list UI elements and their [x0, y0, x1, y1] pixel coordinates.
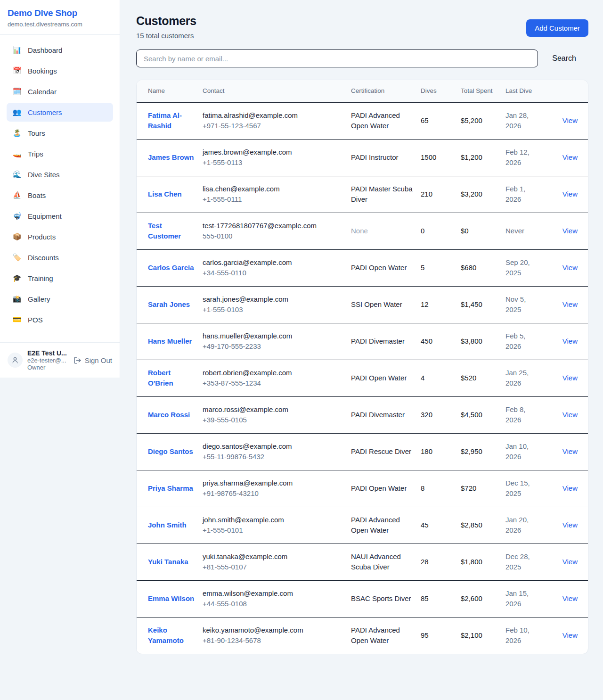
customer-name-link[interactable]: Carlos Garcia	[148, 264, 194, 272]
sidebar-item-calendar[interactable]: 🗓️ Calendar	[7, 82, 113, 101]
view-link[interactable]: View	[562, 631, 578, 639]
customer-dives: 0	[421, 213, 461, 249]
calendar-icon: 🗓️	[12, 87, 22, 96]
customer-name-link[interactable]: James Brown	[148, 153, 194, 161]
sidebar-item-customers[interactable]: 👥 Customers	[7, 103, 113, 122]
customer-certification: PADI Open Water	[351, 484, 407, 492]
table-row: John Smith john.smith@example.com +1-555…	[137, 507, 588, 544]
customer-name-link[interactable]: John Smith	[148, 521, 187, 529]
page-title: Customers	[136, 14, 196, 28]
table-row: Keiko Yamamoto keiko.yamamoto@example.co…	[137, 617, 588, 654]
sidebar-item-dashboard[interactable]: 📊 Dashboard	[7, 41, 113, 59]
sidebar-item-dive-sites[interactable]: 🌊 Dive Sites	[7, 165, 113, 184]
sidebar-item-tours[interactable]: 🏝️ Tours	[7, 124, 113, 142]
view-link[interactable]: View	[562, 558, 578, 566]
shop-domain: demo.test.divestreams.com	[8, 21, 112, 28]
customer-total-spent: $1,450	[461, 286, 505, 323]
customer-total-spent: $3,200	[461, 176, 505, 213]
customer-total-spent: $2,100	[461, 617, 505, 654]
customer-phone: +971-55-123-4567	[203, 121, 343, 132]
sidebar-item-trips[interactable]: 🚤 Trips	[7, 144, 113, 163]
customer-email: test-1772681807767@example.com	[203, 221, 343, 231]
customer-total-spent: $3,800	[461, 323, 505, 360]
view-link[interactable]: View	[562, 264, 578, 272]
main-content: Customers 15 total customers Add Custome…	[120, 0, 603, 654]
view-link[interactable]: View	[562, 484, 578, 492]
view-link[interactable]: View	[562, 300, 578, 308]
view-link[interactable]: View	[562, 447, 578, 455]
customer-certification: PADI Open Water	[351, 264, 407, 272]
sidebar-item-training[interactable]: 🎓 Training	[7, 269, 113, 288]
view-link[interactable]: View	[562, 411, 578, 419]
view-link[interactable]: View	[562, 337, 578, 345]
sidebar-item-discounts[interactable]: 🏷️ Discounts	[7, 248, 113, 267]
customer-certification: PADI Advanced Open Water	[351, 516, 400, 535]
customer-dives: 28	[421, 544, 461, 580]
dashboard-icon: 📊	[12, 46, 22, 54]
view-link[interactable]: View	[562, 374, 578, 382]
discounts-icon: 🏷️	[12, 253, 22, 262]
table-row: Carlos Garcia carlos.garcia@example.com …	[137, 249, 588, 286]
sidebar-item-boats[interactable]: ⛵ Boats	[7, 186, 113, 205]
page-subtitle: 15 total customers	[136, 32, 196, 40]
user-avatar	[8, 353, 23, 368]
customer-name-link[interactable]: Sarah Jones	[148, 300, 190, 308]
customer-name-link[interactable]: Robert O'Brien	[148, 369, 173, 387]
sign-out-button[interactable]: Sign Out	[73, 356, 112, 364]
products-icon: 📦	[12, 232, 22, 241]
customer-phone: +91-98765-43210	[203, 488, 343, 499]
customer-last-dive: Never	[505, 213, 551, 249]
customer-last-dive: Feb 1, 2026	[505, 176, 551, 213]
view-link[interactable]: View	[562, 594, 578, 602]
table-row: Marco Rossi marco.rossi@example.com +39-…	[137, 396, 588, 433]
customer-certification: BSAC Sports Diver	[351, 594, 411, 602]
customer-email: yuki.tanaka@example.com	[203, 552, 343, 562]
customer-certification: PADI Open Water	[351, 374, 407, 382]
sidebar-item-gallery[interactable]: 📸 Gallery	[7, 289, 113, 308]
customer-name-link[interactable]: Keiko Yamamoto	[148, 626, 184, 645]
customer-email: priya.sharma@example.com	[203, 478, 343, 489]
training-icon: 🎓	[12, 274, 22, 282]
customer-total-spent: $520	[461, 360, 505, 396]
customer-total-spent: $2,850	[461, 507, 505, 544]
gallery-icon: 📸	[12, 295, 22, 303]
customer-dives: 450	[421, 323, 461, 360]
sidebar-item-equipment[interactable]: 🤿 Equipment	[7, 206, 113, 225]
trips-icon: 🚤	[12, 149, 22, 158]
customer-total-spent: $680	[461, 249, 505, 286]
customer-name-link[interactable]: Diego Santos	[148, 447, 193, 455]
customers-icon: 👥	[12, 108, 22, 116]
search-submit-button[interactable]: Search	[538, 54, 588, 63]
customer-name-link[interactable]: Hans Mueller	[148, 337, 192, 345]
customer-total-spent: $0	[461, 213, 505, 249]
column-header-name: Name	[137, 80, 203, 102]
customer-name-link[interactable]: Priya Sharma	[148, 484, 193, 492]
view-link[interactable]: View	[562, 521, 578, 529]
view-link[interactable]: View	[562, 153, 578, 161]
user-info: E2E Test U... e2e-tester@... Owner	[27, 349, 69, 371]
table-row: Test Customer test-1772681807767@example…	[137, 213, 588, 249]
customer-name-link[interactable]: Yuki Tanaka	[148, 558, 188, 566]
view-link[interactable]: View	[562, 116, 578, 124]
dive-sites-icon: 🌊	[12, 170, 22, 179]
table-row: Emma Wilson emma.wilson@example.com +44-…	[137, 580, 588, 617]
sidebar-item-products[interactable]: 📦 Products	[7, 227, 113, 246]
sidebar-item-bookings[interactable]: 📅 Bookings	[7, 61, 113, 80]
add-customer-button[interactable]: Add Customer	[526, 19, 588, 37]
customer-phone: +81-90-1234-5678	[203, 635, 343, 646]
customer-last-dive: Jan 15, 2026	[505, 580, 551, 617]
customer-email: john.smith@example.com	[203, 515, 343, 526]
view-link[interactable]: View	[562, 190, 578, 198]
customer-name-link[interactable]: Marco Rossi	[148, 411, 190, 419]
customer-name-link[interactable]: Emma Wilson	[148, 594, 194, 602]
person-icon	[11, 356, 19, 364]
customer-phone: +55-11-99876-5432	[203, 452, 343, 462]
search-input[interactable]	[136, 49, 538, 67]
customer-name-link[interactable]: Fatima Al-Rashid	[148, 111, 182, 130]
sidebar-nav: 📊 Dashboard 📅 Bookings 🗓️ Calendar 👥 Cus…	[0, 35, 120, 342]
view-link[interactable]: View	[562, 227, 578, 235]
customer-name-link[interactable]: Lisa Chen	[148, 190, 182, 198]
sidebar-item-pos[interactable]: 💳 POS	[7, 310, 113, 329]
customer-name-link[interactable]: Test Customer	[148, 222, 181, 240]
customers-table-card: Name Contact Certification Dives Total S…	[136, 80, 588, 654]
